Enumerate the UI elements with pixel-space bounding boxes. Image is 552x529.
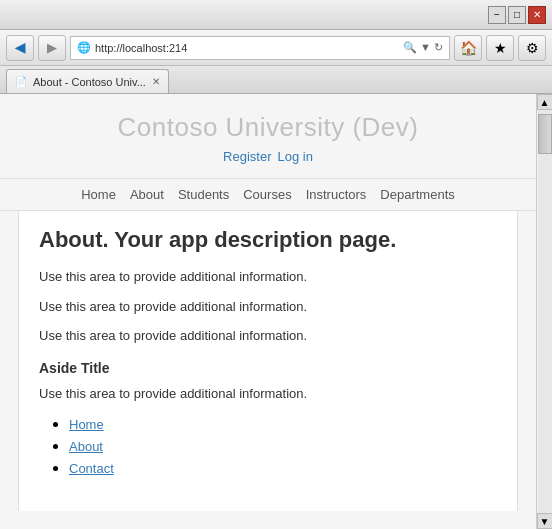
address-bar[interactable]: 🌐 http://localhost:214 🔍 ▼ ↻	[70, 36, 450, 60]
nav-home[interactable]: Home	[81, 187, 116, 202]
register-link[interactable]: Register	[223, 149, 271, 164]
settings-button[interactable]: ⚙	[518, 35, 546, 61]
address-icons: 🔍 ▼ ↻	[403, 41, 443, 54]
scrollbar[interactable]: ▲ ▼	[536, 94, 552, 529]
title-bar: − □ ✕	[0, 0, 552, 30]
window-controls: − □ ✕	[488, 6, 546, 24]
forward-button[interactable]: ▶	[38, 35, 66, 61]
nav-about[interactable]: About	[130, 187, 164, 202]
address-text: http://localhost:214	[95, 42, 399, 54]
site-title: Contoso University (Dev)	[0, 112, 536, 143]
nav-instructors[interactable]: Instructors	[306, 187, 367, 202]
back-button[interactable]: ◀	[6, 35, 34, 61]
heading-rest: Your app description page.	[109, 227, 397, 252]
scrollbar-up-button[interactable]: ▲	[537, 94, 553, 110]
page: Contoso University (Dev) Register Log in…	[0, 94, 536, 529]
aside-title: Aside Title	[39, 360, 497, 376]
content-area: About. Your app description page. Use th…	[18, 211, 518, 511]
footer-about-link[interactable]: About	[69, 439, 103, 454]
browser-content-wrapper: Contoso University (Dev) Register Log in…	[0, 94, 552, 529]
browser-toolbar: ◀ ▶ 🌐 http://localhost:214 🔍 ▼ ↻ 🏠 ★ ⚙	[0, 30, 552, 66]
minimize-button[interactable]: −	[488, 6, 506, 24]
scrollbar-down-button[interactable]: ▼	[537, 513, 553, 529]
nav-departments[interactable]: Departments	[380, 187, 454, 202]
scrollbar-thumb[interactable]	[538, 114, 552, 154]
info-text-2: Use this area to provide additional info…	[39, 297, 497, 317]
info-text-3: Use this area to provide additional info…	[39, 326, 497, 346]
close-button[interactable]: ✕	[528, 6, 546, 24]
home-button[interactable]: 🏠	[454, 35, 482, 61]
footer-home-link[interactable]: Home	[69, 417, 104, 432]
page-heading: About. Your app description page.	[39, 227, 497, 253]
auth-links: Register Log in	[0, 149, 536, 164]
nav-students[interactable]: Students	[178, 187, 229, 202]
maximize-button[interactable]: □	[508, 6, 526, 24]
tab-favicon: 📄	[15, 76, 27, 87]
login-link[interactable]: Log in	[278, 149, 313, 164]
nav-courses[interactable]: Courses	[243, 187, 291, 202]
tab-close-icon[interactable]: ✕	[152, 76, 160, 87]
browser-content: Contoso University (Dev) Register Log in…	[0, 94, 536, 529]
active-tab[interactable]: 📄 About - Contoso Univ... ✕	[6, 69, 169, 93]
aside-text: Use this area to provide additional info…	[39, 384, 497, 404]
footer-link-item: About	[69, 437, 497, 455]
tab-label: About - Contoso Univ...	[33, 76, 146, 88]
heading-bold: About.	[39, 227, 109, 252]
scrollbar-track[interactable]	[538, 110, 552, 513]
footer-link-item: Home	[69, 415, 497, 433]
footer-contact-link[interactable]: Contact	[69, 461, 114, 476]
info-text-1: Use this area to provide additional info…	[39, 267, 497, 287]
page-icon: 🌐	[77, 41, 91, 54]
favorites-button[interactable]: ★	[486, 35, 514, 61]
footer-link-item: Contact	[69, 459, 497, 477]
main-nav: Home About Students Courses Instructors …	[0, 178, 536, 211]
tab-bar: 📄 About - Contoso Univ... ✕	[0, 66, 552, 94]
footer-links: Home About Contact	[39, 415, 497, 477]
site-header: Contoso University (Dev) Register Log in	[0, 94, 536, 178]
